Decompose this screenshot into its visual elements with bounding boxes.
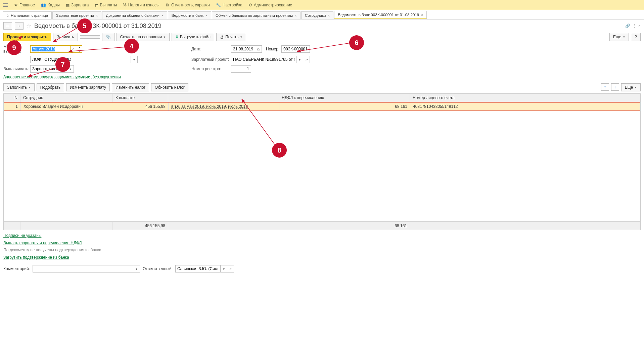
menu-settings[interactable]: 🔧Настройка <box>216 3 242 7</box>
cell-acc: 40817810438055148112 <box>410 102 640 111</box>
close-icon[interactable]: × <box>638 24 641 28</box>
col-emp-header[interactable]: Сотрудник <box>20 94 113 102</box>
close-icon[interactable]: × <box>295 14 297 17</box>
dropdown-icon[interactable]: ▾ <box>221 265 227 272</box>
annotation-7: 7 <box>55 57 70 72</box>
table-toolbar: Заполнить▼ Подобрать Изменить зарплату И… <box>0 82 644 93</box>
post-close-button[interactable]: Провести и закрыть <box>3 33 51 41</box>
update-tax-button[interactable]: Обновить налог <box>151 83 188 91</box>
menu-reports[interactable]: 🗎Отчетность, справки <box>166 3 210 7</box>
cell-n: 1 <box>4 102 21 111</box>
fill-settings-link[interactable]: Заполнение всеми причитающимися суммами,… <box>3 75 121 79</box>
tab-projects[interactable]: Зарплатные проекты× <box>52 11 101 19</box>
percent-icon: % <box>123 3 127 7</box>
tab-home[interactable]: ⌂Начальная страница <box>3 11 52 19</box>
kebab-icon[interactable]: ⋮ <box>632 24 636 28</box>
tab-exchange[interactable]: Обмен с банками по зарплатным проектам× <box>212 11 301 19</box>
open-icon[interactable]: ↗ <box>227 265 234 272</box>
close-icon[interactable]: × <box>162 14 164 17</box>
paperclip-icon: 📎 <box>106 35 111 39</box>
menu-salary[interactable]: ▦Зарплата <box>66 3 89 7</box>
footer: Комментарий: ▾ Ответственный: ▾ ↗ <box>0 263 644 275</box>
nav-forward-button[interactable]: → <box>15 22 24 30</box>
date-input[interactable] <box>231 45 255 53</box>
col-detail-header[interactable] <box>168 94 279 102</box>
export-file-button[interactable]: ⬇Выгрузить файл <box>172 33 214 41</box>
responsible-input[interactable] <box>175 265 221 272</box>
more-button[interactable]: Еще▼ <box>609 33 629 41</box>
tabs-bar: ⌂Начальная страница Зарплатные проекты× … <box>0 10 644 19</box>
tab-employees[interactable]: Сотрудники× <box>301 11 333 19</box>
tab-docs[interactable]: Документы обмена с банками× <box>102 11 167 19</box>
create-based-button[interactable]: Создать на основании▼ <box>117 33 170 41</box>
date-label: Дата: <box>191 47 231 51</box>
people-icon: 👥 <box>41 3 46 7</box>
post-button[interactable] <box>80 35 100 39</box>
menu-admin[interactable]: ⚙Администрирование <box>248 3 292 7</box>
tab-current-doc[interactable]: Ведомость в банк 00ЗК-000001 от 31.08.20… <box>334 11 427 19</box>
close-icon[interactable]: × <box>421 13 423 17</box>
number-label: Номер: <box>266 47 279 51</box>
print-button[interactable]: 🖨Печать▼ <box>216 33 246 41</box>
nav-back-button[interactable]: ← <box>3 22 12 30</box>
move-up-button[interactable]: ↑ <box>601 83 609 91</box>
table-icon: ▦ <box>66 3 70 7</box>
project-input[interactable] <box>231 56 296 63</box>
tab-statements[interactable]: Ведомости в банк× <box>168 11 211 19</box>
pay-label: Выплачивать: <box>3 67 30 71</box>
col-tax-header[interactable]: НДФЛ к перечислению <box>279 94 410 102</box>
calendar-icon[interactable]: 🗀 <box>71 45 77 53</box>
change-salary-button[interactable]: Изменить зарплату <box>66 83 110 91</box>
pick-button[interactable]: Подобрать <box>37 83 64 91</box>
reg-input[interactable] <box>231 65 251 73</box>
dropdown-icon[interactable]: ▾ <box>131 56 138 63</box>
change-tax-button[interactable]: Изменить налог <box>112 83 149 91</box>
col-n-header[interactable]: N <box>4 94 20 102</box>
home-icon: ⌂ <box>6 13 9 17</box>
cell-detail[interactable]: в т.ч. за май 2019, июнь 2019, июль 2019 <box>169 102 279 111</box>
arrows-icon: ⇄ <box>95 3 98 7</box>
annotation-9: 9 <box>7 40 21 55</box>
comment-label: Комментарий: <box>3 266 30 271</box>
col-pay-header[interactable]: К выплате <box>113 94 168 102</box>
month-input[interactable]: Август 2019 <box>30 45 71 53</box>
close-icon[interactable]: × <box>205 14 208 17</box>
responsible-label: Ответственный: <box>143 266 173 271</box>
link-icon[interactable]: 🔗 <box>625 24 630 28</box>
month-spinner[interactable]: ▲▼ <box>77 45 82 53</box>
menu-taxes[interactable]: %Налоги и взносы <box>123 3 159 7</box>
dropdown-icon[interactable]: ▾ <box>133 265 140 272</box>
menu-payments[interactable]: ⇄Выплаты <box>95 3 117 7</box>
calendar-icon[interactable]: 🗀 <box>255 45 262 53</box>
open-icon[interactable]: ↗ <box>303 56 310 63</box>
top-menu: ★Главное 👥Кадры ▦Зарплата ⇄Выплаты %Нало… <box>0 0 644 10</box>
move-down-button[interactable]: ↓ <box>611 83 619 91</box>
number-input[interactable] <box>281 45 310 53</box>
close-icon[interactable]: × <box>328 14 330 17</box>
save-button[interactable]: Записать <box>53 33 78 41</box>
grid-body[interactable]: 1 Хоронько Владлен Исидорович 456 155,98… <box>4 102 640 221</box>
load-confirm-link[interactable]: Загрузить подтверждение из банка <box>3 255 69 260</box>
hamburger-icon[interactable] <box>3 3 8 7</box>
org-input[interactable] <box>30 56 131 63</box>
reg-label: Номер реестра: <box>191 67 231 71</box>
employee-grid: N Сотрудник К выплате НДФЛ к перечислени… <box>3 93 641 230</box>
close-icon[interactable]: × <box>96 14 98 17</box>
star-icon: ★ <box>14 3 18 7</box>
menu-hr[interactable]: 👥Кадры <box>41 3 60 7</box>
menu-main[interactable]: ★Главное <box>14 3 35 7</box>
table-row[interactable]: 1 Хоронько Владлен Исидорович 456 155,98… <box>4 102 640 111</box>
annotation-4: 4 <box>124 39 139 53</box>
dropdown-icon[interactable]: ▾ <box>296 56 303 63</box>
help-button[interactable]: ? <box>631 33 641 41</box>
signatures-link[interactable]: Подписи не указаны <box>3 233 41 238</box>
table-more-button[interactable]: Еще▼ <box>621 83 641 91</box>
col-acc-header[interactable]: Номер лицевого счета <box>410 94 640 102</box>
foot-pay: 456 155,98 <box>113 222 168 230</box>
no-confirm-text: По документу не получены подтверждения и… <box>3 247 641 254</box>
transfer-link[interactable]: Выплата зарплаты и перечисление НДФЛ <box>3 241 82 245</box>
fill-button[interactable]: Заполнить▼ <box>3 83 35 91</box>
attach-button[interactable]: 📎 <box>102 33 114 41</box>
comment-input[interactable] <box>33 265 133 272</box>
favorite-icon[interactable]: ☆ <box>26 22 32 30</box>
